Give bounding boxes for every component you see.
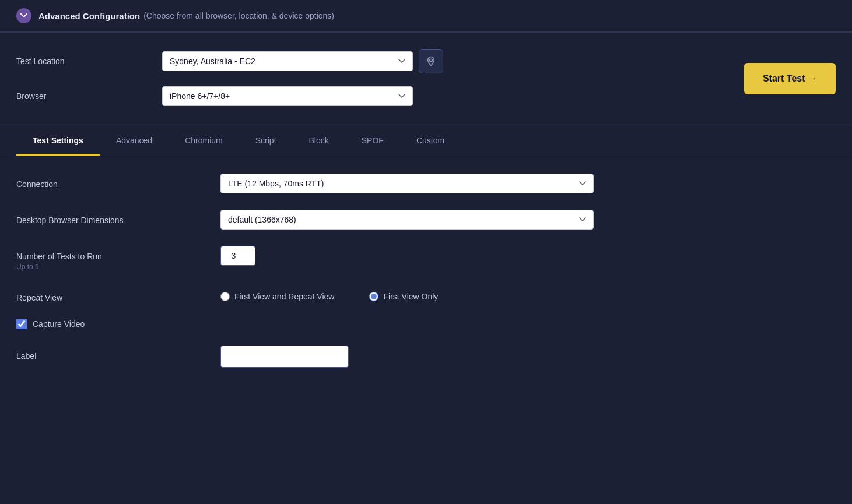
svg-point-0: [430, 59, 433, 62]
radio-first-repeat-input[interactable]: [220, 292, 230, 301]
tabs-container: Test Settings Advanced Chromium Script B…: [0, 125, 852, 156]
tab-script[interactable]: Script: [239, 125, 293, 156]
label-row: Label: [16, 346, 836, 368]
adv-config-subtitle: (Choose from all browser, location, & de…: [143, 11, 334, 20]
browser-label: Browser: [16, 91, 162, 101]
tab-custom[interactable]: Custom: [400, 125, 461, 156]
adv-config-title: Advanced Configuration: [38, 11, 140, 21]
tab-test-settings[interactable]: Test Settings: [16, 125, 100, 156]
connection-select[interactable]: LTE (12 Mbps, 70ms RTT) Cable (5/1 Mbps,…: [220, 174, 594, 193]
connection-label: Connection: [16, 174, 220, 189]
tab-spof[interactable]: SPOF: [345, 125, 400, 156]
label-field-input: [220, 346, 836, 368]
dimensions-input: default (1366x768) 1920x1080 1280x800 10…: [220, 210, 836, 230]
repeat-view-input: First View and Repeat View First View On…: [220, 287, 836, 301]
test-location-select[interactable]: Sydney, Australia - EC2 Virginia, USA - …: [162, 51, 413, 71]
dimensions-row: Desktop Browser Dimensions default (1366…: [16, 210, 836, 230]
repeat-view-label: Repeat View: [16, 287, 220, 302]
radio-first-view-only[interactable]: First View Only: [369, 292, 438, 301]
location-icon: [426, 56, 436, 66]
repeat-view-radio-group: First View and Repeat View First View On…: [220, 287, 836, 301]
label-field-label: Label: [16, 346, 220, 361]
start-test-button[interactable]: Start Test →: [744, 63, 836, 94]
connection-row: Connection LTE (12 Mbps, 70ms RTT) Cable…: [16, 174, 836, 193]
browser-row: Browser iPhone 6+/7+/8+ Chrome Firefox S…: [16, 86, 836, 106]
chevron-down-icon: [20, 13, 27, 18]
browser-input-group: iPhone 6+/7+/8+ Chrome Firefox Safari: [162, 86, 413, 106]
capture-video-checkbox[interactable]: [16, 319, 27, 329]
tab-content-test-settings: Connection LTE (12 Mbps, 70ms RTT) Cable…: [0, 156, 852, 401]
num-tests-stepper[interactable]: [220, 246, 255, 266]
page-wrapper: Advanced Configuration (Choose from all …: [0, 0, 852, 401]
tab-block[interactable]: Block: [293, 125, 345, 156]
test-location-row: Test Location Sydney, Australia - EC2 Vi…: [16, 49, 836, 73]
repeat-view-row: Repeat View First View and Repeat View F…: [16, 287, 836, 302]
tab-advanced[interactable]: Advanced: [100, 125, 169, 156]
config-section: Test Location Sydney, Australia - EC2 Vi…: [0, 33, 852, 125]
radio-first-only-input[interactable]: [369, 292, 378, 301]
adv-config-toggle-button[interactable]: [16, 8, 31, 23]
capture-video-label[interactable]: Capture Video: [33, 319, 85, 329]
test-location-input-group: Sydney, Australia - EC2 Virginia, USA - …: [162, 49, 443, 73]
dimensions-select[interactable]: default (1366x768) 1920x1080 1280x800 10…: [220, 210, 594, 230]
tab-chromium[interactable]: Chromium: [169, 125, 239, 156]
browser-select[interactable]: iPhone 6+/7+/8+ Chrome Firefox Safari: [162, 86, 413, 106]
label-text-field[interactable]: [220, 346, 349, 368]
radio-first-repeat-view[interactable]: First View and Repeat View: [220, 292, 334, 301]
test-location-label: Test Location: [16, 57, 162, 66]
connection-input: LTE (12 Mbps, 70ms RTT) Cable (5/1 Mbps,…: [220, 174, 836, 193]
num-tests-input: [220, 246, 836, 266]
map-button[interactable]: [419, 49, 443, 73]
num-tests-row: Number of Tests to Run Up to 9: [16, 246, 836, 271]
capture-video-row: Capture Video: [16, 319, 836, 329]
dimensions-label: Desktop Browser Dimensions: [16, 210, 220, 225]
adv-config-header: Advanced Configuration (Choose from all …: [0, 0, 852, 32]
num-tests-label: Number of Tests to Run Up to 9: [16, 246, 220, 271]
